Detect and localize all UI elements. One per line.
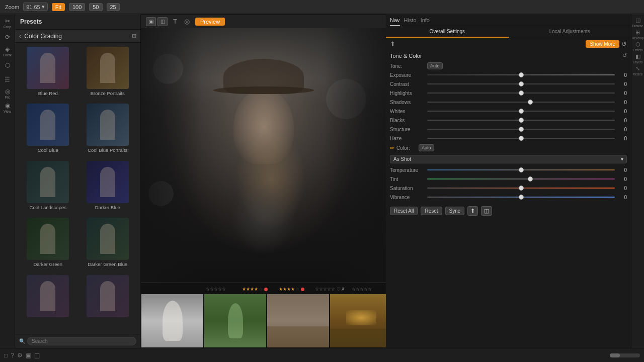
bottom-help-icon[interactable]: ? — [11, 352, 14, 359]
crop-icon: ✂ — [5, 18, 10, 25]
preset-item[interactable]: Darker Blue — [79, 161, 137, 216]
preset-thumbnail — [87, 218, 129, 260]
haze-slider[interactable] — [427, 135, 615, 142]
preset-item[interactable]: Darker Green — [19, 218, 77, 273]
ratings-row: ☆☆☆☆☆ ★★★★☆ ★★★★☆ ☆☆☆☆☆ ♡ ✗ — [141, 284, 386, 294]
preset-item[interactable]: Cool Blue — [19, 104, 77, 158]
zoom-25-button[interactable]: 25 — [107, 3, 120, 11]
rating-5: ☆☆☆☆☆ — [350, 287, 386, 292]
view-buttons: ▣ ◫ — [146, 17, 168, 26]
fix-tool[interactable]: ◎ Fix — [1, 87, 14, 100]
develop-panel-button[interactable]: ⊞ Develop — [632, 29, 643, 40]
temperature-slider[interactable] — [427, 166, 615, 173]
film-item-4[interactable] — [330, 294, 386, 348]
whites-row: Whites 0 — [386, 107, 631, 116]
presets-header: Presets — [15, 14, 140, 30]
saturation-thumb — [519, 186, 524, 191]
grid-view-icon[interactable]: ⊞ — [132, 33, 136, 39]
nav-tab-info[interactable]: Info — [421, 17, 430, 26]
zoom-value-display[interactable]: 91.65 ▾ — [23, 3, 48, 11]
vibrance-row: Vibrance 0 — [386, 193, 631, 202]
crop-tool[interactable]: ✂ Crop — [1, 17, 14, 30]
bottom-grid-icon[interactable]: ▣ — [26, 352, 31, 359]
export-icon-button[interactable]: ⬆ — [467, 206, 478, 216]
back-button[interactable]: ‹ — [19, 32, 21, 40]
preset-thumbnail — [87, 47, 129, 89]
exposure-thumb — [519, 72, 524, 77]
dropdown-chevron-icon: ▾ — [621, 156, 623, 162]
preset-figure — [27, 218, 69, 260]
preset-item[interactable]: Blue Red — [19, 47, 77, 102]
highlights-slider[interactable] — [427, 89, 615, 97]
overall-settings-tab[interactable]: Overall Settings — [386, 26, 509, 38]
undo-icon[interactable]: ↺ — [621, 40, 627, 48]
film-item-3[interactable] — [267, 294, 330, 348]
preview-button[interactable]: Preview — [195, 18, 225, 26]
split-view-button[interactable]: ◫ — [157, 17, 168, 26]
preset-item[interactable]: Bronze Portraits — [79, 47, 137, 102]
contrast-slider[interactable] — [427, 80, 615, 87]
resize-panel-button[interactable]: ⤡ Resize — [632, 65, 643, 76]
shadows-thumb — [528, 100, 533, 105]
preset-item[interactable]: Cool Blue Portraits — [79, 104, 137, 158]
text-tool-icon[interactable]: T — [172, 18, 179, 25]
zoom-50-button[interactable]: 50 — [89, 3, 102, 11]
nav-tab-histo[interactable]: Histo — [404, 17, 417, 26]
rotate-tool[interactable]: ⟳ — [1, 31, 14, 44]
layers-panel-button[interactable]: ◧ Layers — [632, 53, 643, 64]
bottom-square-icon[interactable]: □ — [4, 352, 8, 359]
as-shot-dropdown[interactable]: As Shot ▾ — [390, 155, 627, 163]
section-reset-icon[interactable]: ↺ — [622, 52, 627, 59]
bottom-settings-icon[interactable]: ⚙ — [17, 352, 23, 359]
contrast-value: 0 — [617, 81, 627, 87]
bottom-panels-icon[interactable]: ◫ — [34, 352, 40, 359]
whites-slider[interactable] — [427, 108, 615, 115]
local-adjustments-tab[interactable]: Local Adjustments — [509, 26, 631, 38]
view-tool[interactable]: ◉ View — [1, 101, 14, 114]
tone-color-section-header[interactable]: Tone & Color ↺ — [386, 50, 631, 61]
browse-panel-button[interactable]: ◫ Browse — [632, 17, 643, 28]
tone-auto-button[interactable]: Auto — [427, 62, 443, 69]
resize-icon: ⤡ — [635, 65, 640, 72]
preset-item[interactable]: Darker Green Blue — [79, 218, 137, 273]
exposure-slider[interactable] — [427, 71, 615, 78]
vibrance-slider[interactable] — [427, 194, 615, 201]
single-view-button[interactable]: ▣ — [146, 17, 156, 26]
preset-item[interactable] — [19, 275, 77, 330]
structure-slider[interactable] — [427, 126, 615, 133]
search-input[interactable] — [27, 337, 136, 345]
preset-figure — [87, 161, 129, 203]
color-auto-button[interactable]: Auto — [419, 144, 434, 151]
menu-tool[interactable]: ☰ — [1, 73, 14, 86]
reset-all-button[interactable]: Reset All — [390, 207, 418, 215]
show-more-button[interactable]: Show More — [586, 40, 619, 48]
blacks-thumb — [519, 118, 524, 123]
preset-item[interactable] — [79, 275, 137, 330]
right-panel-content: Nav Histo Info Overall Settings Local Ad… — [386, 14, 631, 348]
upload-icon[interactable]: ⬆ — [390, 40, 395, 48]
nav-tab-nav[interactable]: Nav — [390, 17, 400, 26]
saturation-slider[interactable] — [427, 185, 615, 192]
presets-folder-title: Color Grading — [24, 33, 129, 40]
circle-tool-icon[interactable]: ◎ — [183, 18, 191, 25]
reset-button[interactable]: Reset — [421, 207, 442, 215]
film-item-2[interactable] — [204, 294, 267, 348]
color-pencil-icon: ✏ — [390, 145, 394, 151]
exposure-label: Exposure — [390, 72, 425, 78]
zoom-fit-button[interactable]: Fit — [52, 3, 65, 11]
effects-panel-button[interactable]: ⬡ Effects — [632, 41, 643, 52]
local-tool[interactable]: ◈ Local — [1, 45, 14, 58]
bottom-toolbar: □ ? ⚙ ▣ ◫ — [0, 348, 644, 362]
contrast-thumb — [519, 81, 524, 86]
film-item-1[interactable] — [141, 294, 204, 348]
shadows-slider[interactable] — [427, 99, 615, 106]
zoom-100-button[interactable]: 100 — [69, 3, 85, 11]
blacks-slider[interactable] — [427, 117, 615, 124]
tint-slider[interactable] — [427, 175, 615, 183]
compare-icon-button[interactable]: ◫ — [481, 206, 492, 216]
preset-figure — [27, 161, 69, 203]
layers-icon: ◧ — [635, 53, 640, 60]
preset-item-cool-landscapes[interactable]: Cool Landscapes — [19, 161, 77, 216]
sync-button[interactable]: Sync — [445, 207, 464, 215]
hex-tool[interactable]: ⬡ — [1, 59, 14, 72]
